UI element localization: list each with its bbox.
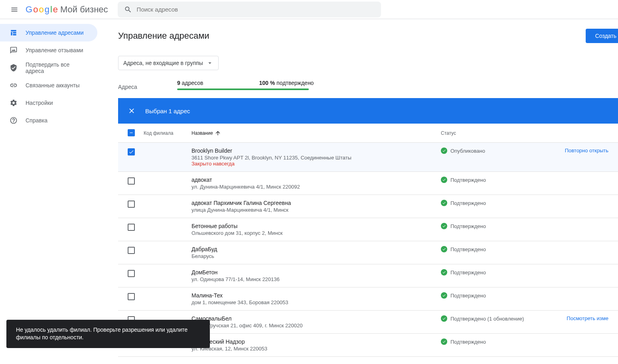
status-cell: Подтверждено <box>441 338 537 345</box>
stats-section-label: Адреса <box>118 84 137 90</box>
check-circle-icon <box>441 338 447 345</box>
col-header-code[interactable]: Код филиала <box>144 130 192 136</box>
location-name: Бетонные работы <box>192 223 441 229</box>
sort-asc-icon <box>215 130 221 136</box>
location-address: ул. Одинцова 77/1-14, Минск 220136 <box>192 276 441 282</box>
sidebar-item-reviews[interactable]: Управление отзывами <box>0 41 97 59</box>
location-name: Brooklyn Builder <box>192 148 441 154</box>
check-circle-icon <box>441 200 447 206</box>
location-name: ДомБетон <box>192 269 441 275</box>
shield-icon <box>10 64 18 72</box>
location-address: Ольшевского дом 31, корпус 2, Минск <box>192 230 441 236</box>
sidebar-item-label: Справка <box>26 117 47 124</box>
filter-label: Адреса, не входящие в группы <box>123 60 203 66</box>
row-action-link[interactable]: Посмотреть изме <box>567 315 608 321</box>
table-row[interactable]: Бетонные работы Ольшевского дом 31, корп… <box>118 218 618 241</box>
sidebar-item-locations[interactable]: Управление адресами <box>0 24 97 41</box>
row-checkbox[interactable] <box>128 247 135 254</box>
check-circle-icon <box>441 269 447 275</box>
check-circle-icon <box>441 315 447 322</box>
progress-bar <box>177 89 309 90</box>
location-name: Малина-Тех <box>192 292 441 299</box>
location-name: СамосвалыБел <box>192 315 441 322</box>
main-content: Управление адресами Создать Адреса, не в… <box>102 19 618 364</box>
error-toast: Не удалось удалить филиал. Проверьте раз… <box>6 320 210 348</box>
app-header: Google Мой бизнес <box>0 0 618 19</box>
close-icon <box>128 107 136 115</box>
location-name: ДабраБуд <box>192 246 441 252</box>
status-cell: Подтверждено <box>441 292 537 299</box>
create-button[interactable]: Создать <box>586 29 618 43</box>
table-row[interactable]: ДомБетон ул. Одинцова 77/1-14, Минск 220… <box>118 264 618 287</box>
storefront-icon <box>10 29 18 37</box>
table-row[interactable]: ДабраБуд Беларусь Подтверждено <box>118 241 618 264</box>
location-name: Технический Надзор <box>192 338 441 345</box>
check-circle-icon <box>441 292 447 299</box>
check-circle-icon <box>441 223 447 229</box>
hamburger-icon <box>10 6 18 14</box>
row-checkbox[interactable] <box>128 148 135 155</box>
status-cell: Подтверждено <box>441 269 537 275</box>
table-row[interactable]: Brooklyn Builder 3611 Shore Pkwy APT 2l,… <box>118 143 618 172</box>
location-address: улица Дунина-Марцинкевича 4/1, Минск <box>192 207 441 213</box>
status-cell: Подтверждено <box>441 177 537 183</box>
table-row[interactable]: адвокат ул. Дунина-Марцинкевича 4/1, Мин… <box>118 172 618 195</box>
sidebar-item-linked[interactable]: Связанные аккаунты <box>0 77 97 94</box>
search-icon <box>124 6 132 14</box>
col-header-name[interactable]: Название <box>192 130 441 136</box>
table-row[interactable]: адвокат Пархимчик Галина Сергеевна улица… <box>118 195 618 218</box>
group-filter-dropdown[interactable]: Адреса, не входящие в группы <box>118 56 219 70</box>
row-checkbox[interactable] <box>128 270 135 277</box>
table-row[interactable]: Малина-Тех дом 1, помещение 343, Боровая… <box>118 287 618 311</box>
sidebar-item-label: Подтвердить все адреса <box>26 61 88 74</box>
status-cell: Подтверждено (1 обновление) <box>441 315 537 322</box>
review-icon <box>10 46 18 54</box>
status-cell: Опубликовано <box>441 148 537 154</box>
sidebar-item-label: Управление отзывами <box>26 47 83 53</box>
selection-bar: Выбран 1 адрес <box>118 98 618 124</box>
address-count: 9 адресов <box>177 80 203 86</box>
status-cell: Подтверждено <box>441 246 537 252</box>
table-header: Код филиала Название Статус <box>118 124 618 143</box>
hamburger-menu-button[interactable] <box>6 2 22 18</box>
location-name: адвокат <box>192 177 441 183</box>
location-address: улица Уручская 21, офис 409, г. Минск 22… <box>192 323 441 329</box>
chevron-down-icon <box>206 59 213 67</box>
select-all-checkbox[interactable] <box>128 129 135 136</box>
row-action-link[interactable]: Повторно открыть <box>565 148 608 153</box>
location-address: 3611 Shore Pkwy APT 2l, Brooklyn, NY 112… <box>192 155 441 161</box>
location-name: адвокат Пархимчик Галина Сергеевна <box>192 200 441 206</box>
gear-icon <box>10 99 18 107</box>
row-checkbox[interactable] <box>128 224 135 231</box>
location-address: дом 1, помещение 343, Боровая 220053 <box>192 299 441 305</box>
sidebar-item-label: Связанные аккаунты <box>26 82 80 89</box>
selection-text: Выбран 1 адрес <box>145 108 608 114</box>
product-name: Мой бизнес <box>60 4 108 15</box>
closed-label: Закрыто навсегда <box>192 161 441 167</box>
check-circle-icon <box>441 246 447 252</box>
page-title: Управление адресами <box>118 31 209 41</box>
link-icon <box>10 81 18 89</box>
search-box[interactable] <box>118 2 381 18</box>
sidebar-item-help[interactable]: Справка <box>0 112 97 129</box>
sidebar-item-label: Управление адресами <box>26 30 83 36</box>
status-cell: Подтверждено <box>441 200 537 206</box>
sidebar-item-label: Настройки <box>26 100 53 106</box>
sidebar: Управление адресами Управление отзывами … <box>0 19 102 364</box>
row-checkbox[interactable] <box>128 177 135 185</box>
google-logo: Google Мой бизнес <box>26 4 108 15</box>
check-circle-icon <box>441 148 447 154</box>
sidebar-item-verify[interactable]: Подтвердить все адреса <box>0 59 97 77</box>
location-address: Беларусь <box>192 253 441 259</box>
check-circle-icon <box>441 177 447 183</box>
status-cell: Подтверждено <box>441 223 537 229</box>
row-checkbox[interactable] <box>128 293 135 300</box>
help-icon <box>10 116 18 124</box>
clear-selection-button[interactable] <box>128 107 136 115</box>
location-address: ул. Киевская, 12, Минск 220053 <box>192 346 441 352</box>
location-address: ул. Дунина-Марцинкевича 4/1, Минск 22009… <box>192 184 441 190</box>
sidebar-item-settings[interactable]: Настройки <box>0 94 97 112</box>
search-input[interactable] <box>137 6 375 13</box>
col-header-status[interactable]: Статус <box>441 130 537 136</box>
row-checkbox[interactable] <box>128 201 135 208</box>
